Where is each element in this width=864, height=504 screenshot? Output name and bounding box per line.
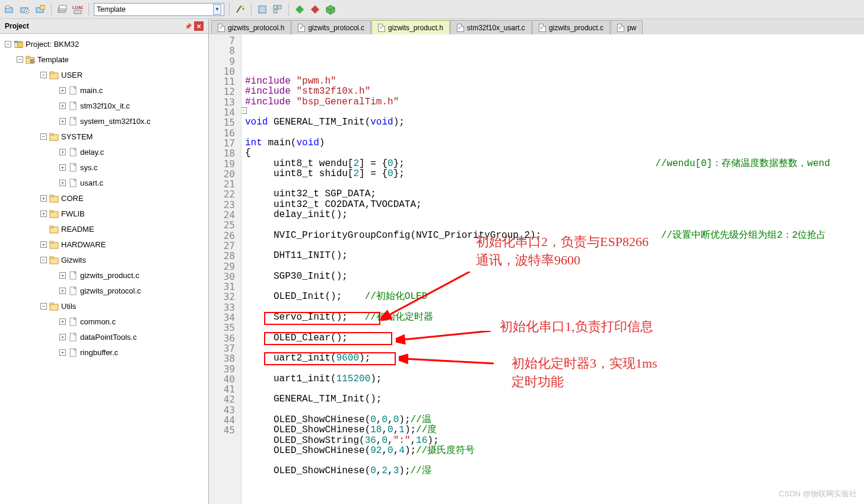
editor-tab[interactable]: gizwits_product.h <box>371 20 450 34</box>
tree-expand-icon[interactable]: − <box>40 257 47 263</box>
tree-expand-icon[interactable]: + <box>59 288 66 294</box>
toolbar-icon-manage[interactable] <box>272 4 284 15</box>
tree-expand-icon[interactable]: + <box>59 164 66 171</box>
editor-tab[interactable]: gizwits_product.c <box>532 20 610 34</box>
tree-expand-icon[interactable]: + <box>59 318 66 325</box>
file-icon <box>68 101 78 110</box>
tree-node[interactable]: +gizwits_protocol.c <box>0 283 208 298</box>
tree-node[interactable]: README <box>0 221 208 237</box>
tree-node[interactable]: +ringbuffer.c <box>0 344 208 360</box>
toolbar-icon-load[interactable]: LOAD <box>72 4 84 15</box>
editor-tab[interactable]: gizwits_protocol.h <box>211 20 291 34</box>
code-line[interactable]: GENERAL_TIM_Init(); <box>245 394 864 404</box>
tree-node[interactable]: −USER <box>0 67 208 82</box>
tree-node[interactable]: +system_stm32f10x.c <box>0 113 208 129</box>
toolbar-icon-green[interactable] <box>294 4 306 15</box>
tree-expand-icon[interactable]: + <box>59 272 66 279</box>
tree-node[interactable]: +usart.c <box>0 175 208 190</box>
code-line[interactable]: uint8_t shidu[2] = {0}; <box>245 169 864 179</box>
line-number: 20 <box>209 169 235 179</box>
tree-node[interactable]: +delay.c <box>0 144 208 160</box>
tree-expand-icon[interactable]: − <box>17 56 23 63</box>
target-combo[interactable]: Template ▼ <box>94 3 224 16</box>
code-line[interactable]: OLED_Init(); //初始化OLED <box>245 292 864 302</box>
tree-node[interactable]: −Gizwits <box>0 252 208 267</box>
toolbar-icon-build[interactable] <box>256 4 268 15</box>
code-container: 7891011121314151617181920212223242526272… <box>209 34 864 504</box>
tree-node[interactable]: −Utils <box>0 298 208 314</box>
code-line[interactable]: int main(void) <box>245 138 864 148</box>
file-icon <box>68 178 78 187</box>
combo-dropdown-arrow[interactable]: ▼ <box>213 4 221 15</box>
code-line[interactable]: uint32_t SGP_DATA; <box>245 189 864 199</box>
tree-expand-icon[interactable]: − <box>40 133 47 140</box>
code-line[interactable] <box>245 128 864 138</box>
tree-expand-icon[interactable]: − <box>40 303 47 310</box>
tree-expand-icon[interactable]: + <box>59 349 66 356</box>
tree-node[interactable]: +gizwits_product.c <box>0 267 208 283</box>
tree-expand-icon[interactable]: + <box>59 334 66 340</box>
tree-expand-icon[interactable]: + <box>59 103 66 109</box>
toolbar-icon-3[interactable] <box>34 4 46 15</box>
code-line[interactable] <box>245 456 864 466</box>
svg-rect-6 <box>40 5 45 9</box>
code-line[interactable]: void GENERAL_TIM_Init(void); <box>245 117 864 127</box>
svg-rect-52 <box>50 226 53 228</box>
toolbar-icon-2[interactable] <box>19 4 31 15</box>
code-line[interactable] <box>245 179 864 189</box>
tree-expand-icon[interactable]: − <box>5 41 11 47</box>
tree-node[interactable]: +sys.c <box>0 160 208 175</box>
code-line[interactable]: OLED_ShowCHinese(18,0,1);//度 <box>245 425 864 435</box>
tree-node[interactable]: +main.c <box>0 82 208 98</box>
tree-node[interactable]: +FWLIB <box>0 206 208 221</box>
tree-expand-icon[interactable]: − <box>40 72 47 78</box>
tree-expand-icon[interactable]: + <box>59 118 66 125</box>
toolbar-icon-cube[interactable] <box>325 4 336 15</box>
code-line[interactable]: OLED_ShowCHinese(0,0,0);//温 <box>245 415 864 425</box>
code-line[interactable]: OLED_ShowCHinese(92,0,4);//摄氏度符号 <box>245 446 864 456</box>
toolbar-icon-1[interactable] <box>4 4 15 15</box>
panel-close-icon[interactable]: ✕ <box>194 21 204 31</box>
editor-tab[interactable]: stm32f10x_usart.c <box>450 20 532 34</box>
editor-tab[interactable]: pw <box>611 20 643 34</box>
editor-tab[interactable]: gizwits_protocol.c <box>291 20 371 34</box>
toolbar-icon-red[interactable] <box>309 4 321 15</box>
code-line[interactable]: uint32_t CO2DATA,TVOCDATA; <box>245 200 864 210</box>
code-line[interactable]: #include "stm32f10x.h" <box>245 87 864 97</box>
fold-indicator-icon[interactable]: - <box>242 107 247 114</box>
project-tree[interactable]: −Project: BKM32−Template−USER+main.c+stm… <box>0 34 208 504</box>
panel-pin-icon[interactable]: 📌 <box>183 21 193 31</box>
toolbar-icon-stack[interactable] <box>56 4 68 15</box>
code-line[interactable] <box>245 220 864 230</box>
tree-expand-icon[interactable]: + <box>40 210 47 217</box>
code-line[interactable] <box>245 405 864 415</box>
code-line[interactable]: OLED_ShowString(36,0,":",16); <box>245 436 864 446</box>
tree-node[interactable]: −Project: BKM32 <box>0 36 208 52</box>
code-line[interactable] <box>245 107 864 117</box>
tree-expand-icon[interactable]: + <box>40 195 47 202</box>
tree-expand-icon[interactable]: + <box>59 149 66 155</box>
tree-node-label: gizwits_protocol.c <box>80 286 141 295</box>
code-line[interactable]: delay_init(); <box>245 210 864 220</box>
tree-node[interactable]: −Template <box>0 52 208 67</box>
tree-expand-icon[interactable]: + <box>40 241 47 248</box>
tree-node[interactable]: +HARDWARE <box>0 237 208 252</box>
options-icon[interactable] <box>234 4 246 15</box>
tree-expand-icon[interactable]: + <box>59 180 66 186</box>
code-line[interactable]: { <box>245 148 864 158</box>
code-line[interactable]: #include "bsp_GeneralTim.h" <box>245 97 864 107</box>
tree-node[interactable]: −SYSTEM <box>0 129 208 144</box>
code-line[interactable]: #include "pwm.h" <box>245 76 864 87</box>
tree-expand-icon[interactable]: + <box>59 87 66 94</box>
svg-rect-32 <box>50 72 53 74</box>
code-line[interactable]: SGP30_Init(); <box>245 272 864 282</box>
code-line[interactable]: OLED_ShowCHinese(0,2,3);//湿 <box>245 466 864 476</box>
code-line[interactable] <box>245 302 864 312</box>
tree-node[interactable]: +stm32f10x_it.c <box>0 98 208 113</box>
tree-node[interactable]: +dataPointTools.c <box>0 329 208 344</box>
tree-node[interactable]: +CORE <box>0 190 208 206</box>
tree-node[interactable]: +common.c <box>0 314 208 329</box>
code-line[interactable] <box>245 282 864 292</box>
code-line[interactable]: uint8_t wendu[2] = {0}; //wendu[0]：存储温度数… <box>245 159 864 169</box>
svg-point-12 <box>241 5 243 8</box>
